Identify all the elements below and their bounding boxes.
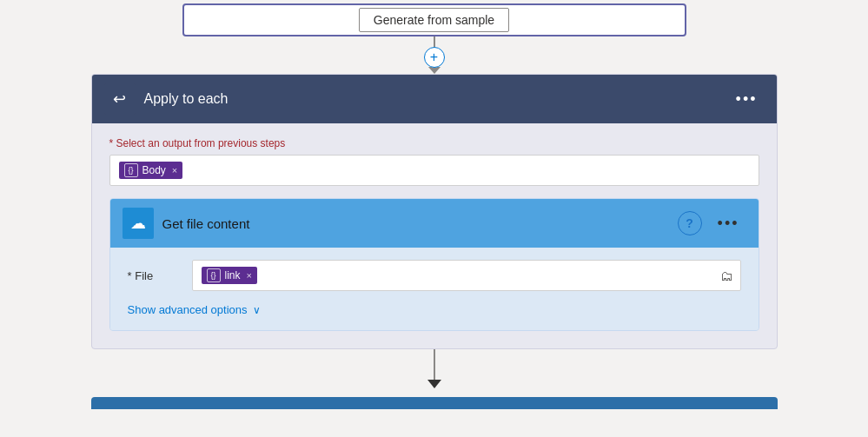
file-label-text: File <box>135 269 153 282</box>
get-file-content-help-button[interactable]: ? <box>678 211 702 235</box>
bottom-arrow-down-icon <box>427 380 441 388</box>
apply-to-each-block: ↩ Apply to each ••• * Select an output f… <box>91 74 778 349</box>
body-token: {} Body × <box>119 162 183 179</box>
connector-line-top <box>434 36 435 47</box>
body-token-icon: {} <box>124 163 138 177</box>
get-file-content-title: Get file content <box>162 216 669 231</box>
get-file-content-more-button[interactable]: ••• <box>711 211 746 236</box>
get-file-content-header: ☁ Get file content ? ••• <box>110 199 759 248</box>
loop-icon: ↩ <box>113 89 126 109</box>
canvas: Generate from sample + ↩ Apply to each •… <box>0 0 868 437</box>
arrow-down-icon <box>428 67 441 74</box>
apply-to-each-header: ↩ Apply to each ••• <box>92 75 777 123</box>
select-output-text: Select an output from previous steps <box>116 137 286 149</box>
body-token-close[interactable]: × <box>172 165 177 175</box>
file-field-label: * File <box>128 269 180 282</box>
cloud-icon: ☁ <box>130 214 146 233</box>
chevron-down-icon: ∨ <box>253 304 261 316</box>
show-advanced-label: Show advanced options <box>128 303 248 316</box>
show-advanced-options-button[interactable]: Show advanced options ∨ <box>128 303 261 316</box>
required-star-output: * <box>109 137 114 149</box>
top-connector: + <box>424 36 445 74</box>
select-output-label: * Select an output from previous steps <box>109 137 759 149</box>
link-token: {} link × <box>202 267 257 284</box>
add-step-button[interactable]: + <box>424 47 445 68</box>
link-token-icon: {} <box>207 268 221 282</box>
apply-to-each-body: * Select an output from previous steps {… <box>92 123 777 348</box>
file-field-row: * File {} link × 🗂 <box>128 260 741 291</box>
apply-to-each-more-button[interactable]: ••• <box>729 87 765 112</box>
get-file-content-card: ☁ Get file content ? ••• * File <box>109 198 759 331</box>
select-output-field[interactable]: {} Body × <box>109 155 759 186</box>
required-star-file: * <box>128 269 132 282</box>
generate-from-sample-button[interactable]: Generate from sample <box>359 8 509 32</box>
folder-picker-button[interactable]: 🗂 <box>720 268 733 283</box>
top-card: Generate from sample <box>182 3 686 36</box>
link-token-close[interactable]: × <box>247 270 252 281</box>
folder-icon: 🗂 <box>720 268 733 283</box>
link-token-label: link <box>225 269 241 281</box>
apply-to-each-title: Apply to each <box>144 91 720 107</box>
bottom-connector-line <box>434 349 435 381</box>
get-file-content-icon-wrap: ☁ <box>123 208 154 239</box>
body-token-label: Body <box>142 164 166 176</box>
bottom-partial-card <box>91 397 778 409</box>
file-input-field[interactable]: {} link × 🗂 <box>192 260 741 291</box>
apply-to-each-icon-wrap: ↩ <box>104 83 136 115</box>
get-file-content-body: * File {} link × 🗂 <box>110 248 759 330</box>
bottom-connector <box>427 349 441 397</box>
